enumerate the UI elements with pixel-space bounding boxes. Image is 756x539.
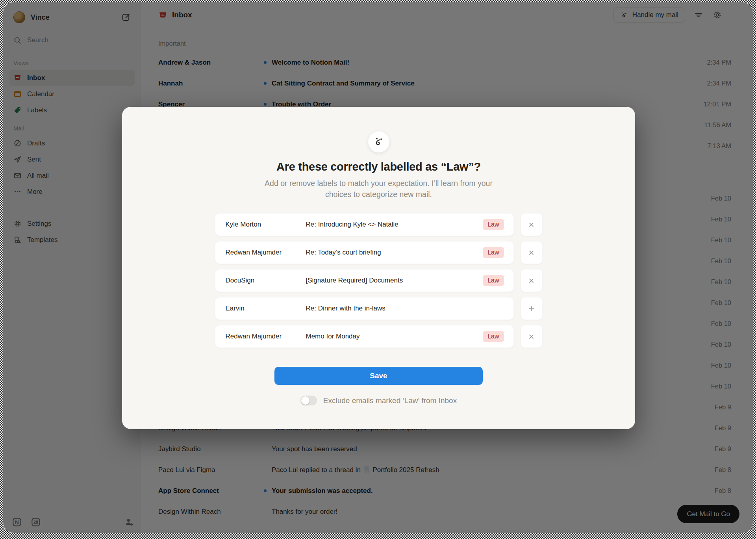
ai-face-badge [368,131,389,152]
close-icon [527,221,536,229]
card-sender: Kyle Morton [226,221,306,229]
card-subject: Re: Dinner with the in-laws [306,305,504,312]
close-icon [527,249,536,257]
remove-label-button[interactable] [521,213,543,236]
labelled-email-card[interactable]: EarvinRe: Dinner with the in-laws [215,297,514,320]
labelled-email-card[interactable]: DocuSign[Signature Required] DocumentsLa… [215,269,514,292]
save-button[interactable]: Save [274,367,483,385]
label-badge: Law [483,275,504,286]
add-label-button[interactable] [521,297,543,320]
card-subject: [Signature Required] Documents [306,277,483,284]
toggle-knob [301,396,309,405]
labelled-email-card[interactable]: Kyle MortonRe: Introducing Kyle <> Natal… [215,213,514,236]
toggle-label: Exclude emails marked ‘Law’ from Inbox [323,396,457,405]
card-sender: Earvin [226,305,306,312]
card-sender: DocuSign [226,277,306,284]
labelled-email-card[interactable]: Redwan MajumderRe: Today’s court briefin… [215,241,514,264]
card-subject: Re: Today’s court briefing [306,249,483,256]
card-subject: Memo for Monday [306,333,483,340]
remove-label-button[interactable] [521,269,543,292]
card-subject: Re: Introducing Kyle <> Natalie [306,221,483,229]
label-badge: Law [483,219,504,230]
labelled-email-list: Kyle MortonRe: Introducing Kyle <> Natal… [215,213,543,348]
label-confirmation-dialog: Are these correctly labelled as “Law”? A… [122,107,635,429]
dialog-title: Are these correctly labelled as “Law”? [122,160,635,173]
close-icon [527,277,536,285]
remove-label-button[interactable] [521,241,543,264]
card-sender: Redwan Majumder [226,249,306,256]
label-badge: Law [483,247,504,258]
close-icon [527,333,536,341]
label-badge: Law [483,331,504,342]
card-sender: Redwan Majumder [226,333,306,340]
exclude-toggle[interactable] [300,396,317,405]
plus-icon [527,305,536,313]
app-window: Vince Search ViewsInboxCalendarLabelsMai… [3,2,753,533]
labelled-email-card[interactable]: Redwan MajumderMemo for MondayLaw [215,325,514,348]
dialog-subtitle: Add or remove labels to match your expec… [251,178,507,200]
remove-label-button[interactable] [521,325,543,348]
